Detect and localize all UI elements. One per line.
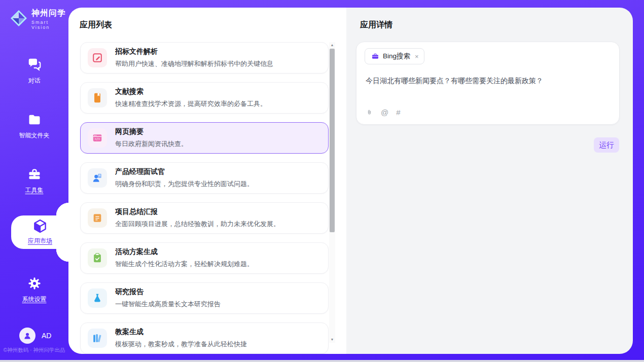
- prompt-card[interactable]: Bing搜索 × 今日湖北有哪些新闻要点？有哪些需要关注的最新政策？ @ #: [356, 42, 620, 125]
- folder-icon: [0, 113, 68, 127]
- scrollbar-up-icon[interactable]: ▲: [329, 42, 335, 48]
- scrollbar-down-icon[interactable]: ▼: [329, 337, 335, 343]
- app-item-name: 招标文件解析: [115, 47, 273, 56]
- app-item-desc: 模板驱动，教案秒成，教学准备从此轻松快捷: [115, 340, 247, 349]
- brand-subtitle: Smart Vision: [31, 20, 68, 30]
- paperclip-icon[interactable]: [366, 108, 373, 117]
- app-item-desc: 帮助用户快速、准确地理解和解析招标书中的关键信息: [115, 59, 273, 68]
- sidebar: 神州问学 Smart Vision 对话 智能文件夹: [0, 0, 68, 362]
- books-icon: [88, 329, 107, 348]
- app-item-name: 产品经理面试官: [115, 167, 254, 176]
- briefcase-icon: [371, 52, 379, 60]
- app-list-scrollbar[interactable]: ▲ ▼: [329, 42, 335, 343]
- app-item-desc: 每日政府新闻资讯快查。: [115, 139, 188, 149]
- flask-icon: [88, 288, 107, 308]
- app-item-name: 活动方案生成: [115, 247, 254, 257]
- user-row[interactable]: AD: [19, 328, 51, 344]
- app-list-item-literature-search[interactable]: 文献搜索 快速精准查找学术资源，提高研究效率的必备工具。: [80, 82, 329, 114]
- app-item-desc: 全面回顾项目进展，总结经验教训，助力未来优化发展。: [115, 220, 280, 229]
- user-name: AD: [42, 332, 51, 340]
- app-item-name: 项目总结汇报: [115, 207, 280, 216]
- sidebar-footer: ©神州数码 · 神州问学出品: [0, 347, 68, 354]
- cube-icon: [11, 218, 69, 234]
- app-list: 招标文件解析 帮助用户快速、准确地理解和解析招标书中的关键信息 文献搜索 快速精…: [80, 42, 329, 354]
- sidebar-item-label: 系统设置: [22, 296, 47, 303]
- svg-text:</>: </>: [95, 137, 100, 140]
- web-code-icon: </>: [88, 128, 107, 148]
- app-item-name: 研究报告: [115, 287, 221, 297]
- sidebar-item-label: 对话: [28, 77, 41, 84]
- app-item-desc: 一键智能生成高质量长文本研究报告: [115, 300, 221, 309]
- app-list-item-event-plan[interactable]: 活动方案生成 智能生成个性化活动方案，轻松解决规划难题。: [80, 242, 329, 274]
- toolbox-icon: [0, 167, 68, 182]
- sidebar-item-toolset[interactable]: 工具集: [0, 167, 68, 195]
- sidebar-item-label: 智能文件夹: [19, 132, 50, 139]
- report-note-icon: [88, 208, 107, 228]
- app-list-item-research-report[interactable]: 研究报告 一键智能生成高质量长文本研究报告: [80, 282, 329, 314]
- app-item-desc: 快速精准查找学术资源，提高研究效率的必备工具。: [115, 99, 267, 108]
- hash-icon[interactable]: #: [396, 108, 400, 117]
- tag-label: Bing搜索: [383, 52, 410, 61]
- avatar[interactable]: [19, 328, 35, 344]
- app-item-desc: 明确身份和职责，为您提供专业性的面试问题。: [115, 179, 254, 189]
- sidebar-item-chat[interactable]: 对话: [0, 57, 68, 85]
- brand-logo-icon: [10, 10, 27, 29]
- sidebar-item-smart-folder[interactable]: 智能文件夹: [0, 113, 68, 140]
- prompt-input[interactable]: 今日湖北有哪些新闻要点？有哪些需要关注的最新政策？: [366, 77, 609, 86]
- bottom-edge-strip: [0, 360, 644, 362]
- scrollbar-thumb[interactable]: [330, 49, 335, 232]
- interviewer-icon: [88, 168, 107, 188]
- app-list-item-web-summary[interactable]: </> 网页摘要 每日政府新闻资讯快查。: [80, 122, 329, 154]
- app-detail-title: 应用详情: [360, 20, 392, 30]
- brand: 神州问学 Smart Vision: [10, 8, 68, 30]
- main-content: 应用列表 招标文件解析 帮助用户快速、准确地理解和解析招标书中的关键信息: [68, 8, 633, 354]
- app-item-name: 文献搜索: [115, 87, 267, 96]
- tag-remove-icon[interactable]: ×: [415, 53, 419, 60]
- app-item-name: 教案生成: [115, 328, 247, 337]
- app-item-desc: 智能生成个性化活动方案，轻松解决规划难题。: [115, 260, 254, 269]
- active-tab-bottom-curve: [56, 249, 69, 262]
- app-list-item-project-summary[interactable]: 项目总结汇报 全面回顾项目进展，总结经验教训，助力未来优化发展。: [80, 202, 329, 234]
- input-toolbar: @ #: [366, 108, 401, 117]
- sidebar-item-app-market[interactable]: 应用市场: [11, 215, 69, 249]
- at-icon[interactable]: @: [381, 108, 388, 117]
- book-icon: [88, 88, 107, 107]
- edit-doc-icon: [88, 48, 107, 67]
- app-list-panel: 应用列表 招标文件解析 帮助用户快速、准确地理解和解析招标书中的关键信息: [68, 8, 346, 354]
- app-detail-panel: 应用详情 Bing搜索 × 今日湖北有哪些新闻要点？有哪些需要关注的最新政策？: [346, 8, 633, 354]
- app-item-name: 网页摘要: [115, 127, 188, 136]
- run-button[interactable]: 运行: [594, 137, 619, 153]
- app-list-item-pm-interviewer[interactable]: 产品经理面试官 明确身份和职责，为您提供专业性的面试问题。: [80, 162, 329, 194]
- sidebar-item-label: 应用市场: [28, 237, 52, 244]
- clipboard-check-icon: [88, 248, 107, 268]
- sidebar-item-label: 工具集: [25, 187, 44, 194]
- chat-icon: [0, 57, 68, 72]
- active-tab-top-curve: [56, 203, 69, 215]
- sidebar-item-settings[interactable]: 系统设置: [0, 276, 68, 304]
- app-list-item-lesson-plan[interactable]: 教案生成 模板驱动，教案秒成，教学准备从此轻松快捷: [80, 322, 329, 354]
- tool-tag-bing-search[interactable]: Bing搜索 ×: [365, 48, 424, 64]
- app-list-item-bid-analysis[interactable]: 招标文件解析 帮助用户快速、准确地理解和解析招标书中的关键信息: [80, 42, 329, 74]
- gear-icon: [0, 276, 68, 291]
- brand-name: 神州问学: [31, 8, 68, 19]
- app-list-title: 应用列表: [80, 20, 112, 30]
